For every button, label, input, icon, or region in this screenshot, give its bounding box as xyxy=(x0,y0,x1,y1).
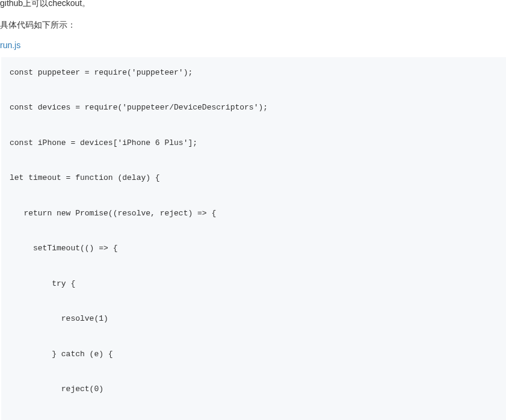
intro-line-1: github上可以checkout。 xyxy=(0,0,506,10)
intro-line-2: 具体代码如下所示： xyxy=(0,18,506,31)
code-filename[interactable]: run.js xyxy=(0,40,506,50)
code-block: const puppeteer = require('puppeteer'); … xyxy=(1,57,506,420)
